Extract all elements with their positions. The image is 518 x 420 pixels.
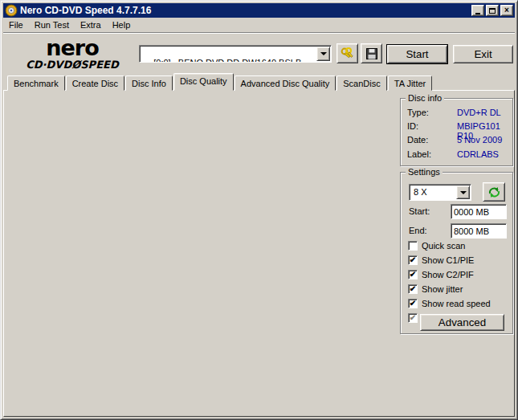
checkbox-label: Show read speed bbox=[422, 299, 491, 308]
chevron-down-icon bbox=[460, 191, 467, 194]
save-floppy-icon bbox=[366, 48, 377, 59]
checkbox-show-c2-pif[interactable]: ✔ Show C2/PIF bbox=[408, 269, 474, 280]
app-window: Nero CD-DVD Speed 4.7.7.16 × File Run Te… bbox=[0, 0, 518, 420]
speed-selector[interactable]: 8 X bbox=[409, 184, 471, 201]
checkbox-show-read-speed[interactable]: ✔ Show read speed bbox=[408, 298, 491, 309]
app-icon bbox=[5, 4, 18, 17]
disc-info-row-label: Label: CDRLABS bbox=[407, 149, 508, 161]
drive-selector[interactable]: [0:0] BENQ DVD DD DW1640 BSLB bbox=[139, 45, 332, 63]
menu-file[interactable]: File bbox=[3, 18, 29, 31]
save-button[interactable] bbox=[361, 43, 382, 63]
checkbox-box: ✔ bbox=[408, 241, 418, 251]
check-icon: ✔ bbox=[410, 314, 416, 322]
keys-icon bbox=[341, 47, 355, 60]
checkbox-label: Quick scan bbox=[422, 241, 465, 251]
title-bar: Nero CD-DVD Speed 4.7.7.16 × bbox=[3, 3, 515, 18]
start-button[interactable]: Start bbox=[387, 45, 447, 63]
scan-end-label: End: bbox=[409, 226, 427, 235]
tab-create-disc[interactable]: Create Disc bbox=[66, 75, 124, 91]
checkbox-box: ✔ bbox=[408, 313, 418, 323]
checkbox-box: ✔ bbox=[408, 270, 418, 279]
refresh-button[interactable] bbox=[483, 182, 505, 202]
minimize-button[interactable] bbox=[471, 5, 484, 16]
check-icon: ✔ bbox=[410, 285, 416, 293]
disc-date-value: 5 Nov 2009 bbox=[457, 135, 502, 145]
window-title: Nero CD-DVD Speed 4.7.7.16 bbox=[20, 5, 470, 16]
tab-ta-jitter[interactable]: TA Jitter bbox=[388, 75, 433, 91]
disc-info-row-date: Date: 5 Nov 2009 bbox=[407, 135, 508, 147]
refresh-icon bbox=[488, 186, 500, 198]
menu-run-test[interactable]: Run Test bbox=[29, 18, 75, 31]
checkbox-label: Show C1/PIE bbox=[422, 255, 474, 265]
close-icon: × bbox=[504, 6, 509, 14]
checkbox-box: ✔ bbox=[408, 299, 418, 308]
nero-logo-line2: CD·DVDØSPEED bbox=[12, 59, 133, 70]
tab-scandisc[interactable]: ScanDisc bbox=[336, 75, 386, 91]
drive-selector-value: [0:0] BENQ DVD DD DW1640 BSLB bbox=[153, 58, 301, 63]
settings-title: Settings bbox=[406, 167, 443, 177]
scan-start-input[interactable] bbox=[451, 204, 507, 219]
disc-type-label: Type: bbox=[407, 108, 429, 117]
speed-selector-dropdown-button[interactable] bbox=[456, 186, 470, 199]
check-icon: ✔ bbox=[410, 300, 416, 308]
nero-logo-line1: nero bbox=[12, 37, 133, 59]
disc-info-panel: Disc info Type: DVD+R DL ID: MBIPG101 R1… bbox=[400, 98, 513, 166]
close-button[interactable]: × bbox=[500, 5, 513, 16]
checkbox-quick-scan[interactable]: ✔ Quick scan bbox=[408, 240, 465, 251]
disc-date-label: Date: bbox=[407, 135, 428, 145]
disc-type-value: DVD+R DL bbox=[457, 108, 501, 117]
eject-keys-button[interactable] bbox=[336, 43, 358, 63]
minimize-icon bbox=[475, 13, 480, 14]
checkbox-box: ✔ bbox=[408, 255, 418, 265]
settings-panel: Settings 8 X Start: End: ✔ Quick scan ✔ … bbox=[400, 172, 513, 334]
disc-label-value: CDRLABS bbox=[457, 149, 499, 159]
tab-disc-quality[interactable]: Disc Quality bbox=[173, 73, 234, 91]
menu-help[interactable]: Help bbox=[107, 18, 137, 31]
tab-bar: Benchmark Create Disc Disc Info Disc Qua… bbox=[7, 73, 433, 91]
advanced-button[interactable]: Advanced bbox=[420, 314, 504, 331]
tab-benchmark[interactable]: Benchmark bbox=[7, 75, 65, 91]
scan-start-label: Start: bbox=[409, 206, 430, 216]
check-icon: ✔ bbox=[410, 256, 416, 264]
checkbox-label: Show C2/PIF bbox=[422, 270, 474, 279]
scan-end-input[interactable] bbox=[451, 223, 507, 239]
checkbox-label: Show jitter bbox=[422, 284, 463, 294]
disc-info-title: Disc info bbox=[406, 93, 444, 103]
disc-info-row-type: Type: DVD+R DL bbox=[407, 108, 508, 120]
maximize-button[interactable] bbox=[486, 5, 499, 16]
check-icon: ✔ bbox=[410, 271, 416, 279]
nero-logo: nero CD·DVDØSPEED bbox=[12, 37, 133, 70]
exit-button[interactable]: Exit bbox=[453, 45, 513, 63]
speed-selector-value: 8 X bbox=[414, 187, 427, 197]
menu-bar: File Run Test Extra Help bbox=[3, 18, 515, 33]
drive-selector-dropdown-button[interactable] bbox=[316, 47, 330, 61]
tab-advanced-disc-quality[interactable]: Advanced Disc Quality bbox=[235, 75, 336, 91]
menu-extra[interactable]: Extra bbox=[75, 18, 107, 31]
checkbox-show-jitter[interactable]: ✔ Show jitter bbox=[408, 283, 463, 295]
chevron-down-icon bbox=[320, 52, 327, 55]
disc-info-row-id: ID: MBIPG101 R10 bbox=[407, 121, 508, 133]
disc-label-label: Label: bbox=[407, 149, 431, 159]
tab-disc-info[interactable]: Disc Info bbox=[125, 75, 173, 91]
checkbox-box: ✔ bbox=[408, 284, 418, 294]
checkbox-show-c1-pie[interactable]: ✔ Show C1/PIE bbox=[408, 255, 474, 266]
maximize-icon bbox=[489, 8, 496, 14]
disc-id-label: ID: bbox=[407, 121, 418, 131]
